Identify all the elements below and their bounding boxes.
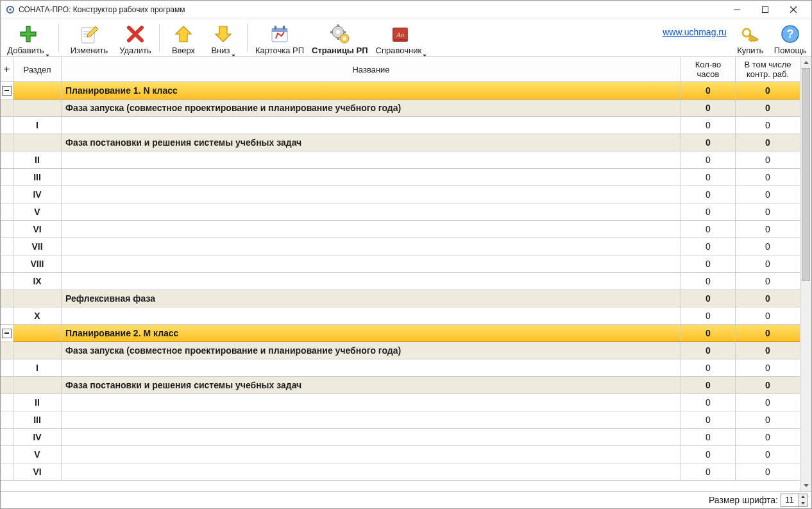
- hours-cell[interactable]: 0: [681, 99, 736, 117]
- title-cell[interactable]: [62, 273, 681, 290]
- title-cell[interactable]: [62, 394, 681, 411]
- hours-cell[interactable]: 0: [681, 255, 736, 273]
- header-section[interactable]: Раздел: [13, 57, 62, 82]
- ctrl-cell[interactable]: 0: [736, 169, 800, 186]
- scroll-down-button[interactable]: [800, 480, 811, 491]
- add-button[interactable]: Добавить: [2, 22, 55, 56]
- scroll-thumb[interactable]: [802, 68, 810, 281]
- hours-cell[interactable]: 0: [681, 411, 736, 429]
- spin-up-button[interactable]: [799, 494, 807, 501]
- title-cell[interactable]: [62, 359, 681, 377]
- title-cell[interactable]: [62, 463, 681, 481]
- header-ctrl[interactable]: В том числе контр. раб.: [736, 57, 800, 82]
- hours-cell[interactable]: 0: [681, 290, 736, 307]
- item-row[interactable]: V00: [1, 446, 800, 463]
- collapse-icon[interactable]: [2, 86, 12, 96]
- title-cell[interactable]: Фаза запуска (совместное проектирование …: [62, 342, 681, 359]
- ctrl-cell[interactable]: 0: [736, 411, 800, 429]
- item-row[interactable]: III00: [1, 411, 800, 429]
- phase-row[interactable]: Фаза запуска (совместное проектирование …: [1, 99, 800, 117]
- title-cell[interactable]: [62, 203, 681, 221]
- phase-row[interactable]: Рефлексивная фаза00: [1, 290, 800, 307]
- title-cell[interactable]: [62, 429, 681, 446]
- ctrl-cell[interactable]: 0: [736, 238, 800, 255]
- ctrl-cell[interactable]: 0: [736, 463, 800, 481]
- title-cell[interactable]: [62, 221, 681, 238]
- header-hours[interactable]: Кол-во часов: [681, 57, 736, 82]
- title-cell[interactable]: [62, 446, 681, 463]
- ctrl-cell[interactable]: 0: [736, 429, 800, 446]
- planning-row[interactable]: Планирование 2. M класс00: [1, 325, 800, 342]
- hours-cell[interactable]: 0: [681, 82, 736, 99]
- card-button[interactable]: Карточка РП: [251, 22, 308, 56]
- font-size-input[interactable]: [781, 494, 798, 506]
- phase-row[interactable]: Фаза постановки и решения системы учебны…: [1, 134, 800, 151]
- ctrl-cell[interactable]: 0: [736, 151, 800, 169]
- vertical-scrollbar[interactable]: [800, 57, 811, 491]
- ctrl-cell[interactable]: 0: [736, 117, 800, 134]
- expand-cell[interactable]: [1, 325, 13, 342]
- hours-cell[interactable]: 0: [681, 134, 736, 151]
- item-row[interactable]: II00: [1, 151, 800, 169]
- delete-button[interactable]: Удалить: [115, 22, 155, 56]
- title-cell[interactable]: Планирование 2. M класс: [62, 325, 681, 342]
- ctrl-cell[interactable]: 0: [736, 99, 800, 117]
- ctrl-cell[interactable]: 0: [736, 342, 800, 359]
- hours-cell[interactable]: 0: [681, 463, 736, 481]
- header-title[interactable]: Название: [62, 57, 681, 82]
- title-cell[interactable]: Рефлексивная фаза: [62, 290, 681, 307]
- title-cell[interactable]: [62, 307, 681, 325]
- item-row[interactable]: V00: [1, 203, 800, 221]
- item-row[interactable]: IX00: [1, 273, 800, 290]
- phase-row[interactable]: Фаза запуска (совместное проектирование …: [1, 342, 800, 359]
- header-expand[interactable]: +: [1, 57, 13, 82]
- item-row[interactable]: VIII00: [1, 255, 800, 273]
- title-cell[interactable]: [62, 151, 681, 169]
- ctrl-cell[interactable]: 0: [736, 359, 800, 377]
- item-row[interactable]: IV00: [1, 429, 800, 446]
- ctrl-cell[interactable]: 0: [736, 394, 800, 411]
- ctrl-cell[interactable]: 0: [736, 377, 800, 394]
- item-row[interactable]: VII00: [1, 238, 800, 255]
- scroll-track[interactable]: [800, 68, 811, 480]
- title-cell[interactable]: [62, 411, 681, 429]
- ctrl-cell[interactable]: 0: [736, 203, 800, 221]
- ctrl-cell[interactable]: 0: [736, 307, 800, 325]
- maximize-button[interactable]: [751, 1, 779, 19]
- hours-cell[interactable]: 0: [681, 221, 736, 238]
- help-button[interactable]: ? Помощь: [770, 22, 810, 56]
- title-cell[interactable]: [62, 117, 681, 134]
- ctrl-cell[interactable]: 0: [736, 186, 800, 203]
- hours-cell[interactable]: 0: [681, 446, 736, 463]
- buy-button[interactable]: Купить: [731, 22, 770, 56]
- title-cell[interactable]: [62, 255, 681, 273]
- item-row[interactable]: VI00: [1, 463, 800, 481]
- pages-button[interactable]: Страницы РП: [308, 22, 372, 56]
- minimize-button[interactable]: [723, 1, 751, 19]
- title-cell[interactable]: Фаза запуска (совместное проектирование …: [62, 99, 681, 117]
- item-row[interactable]: I00: [1, 117, 800, 134]
- ctrl-cell[interactable]: 0: [736, 273, 800, 290]
- hours-cell[interactable]: 0: [681, 342, 736, 359]
- scroll-up-button[interactable]: [800, 57, 811, 68]
- hours-cell[interactable]: 0: [681, 307, 736, 325]
- reference-button[interactable]: Aa Справочник: [372, 22, 431, 56]
- title-cell[interactable]: [62, 169, 681, 186]
- ctrl-cell[interactable]: 0: [736, 134, 800, 151]
- ctrl-cell[interactable]: 0: [736, 325, 800, 342]
- hours-cell[interactable]: 0: [681, 238, 736, 255]
- title-cell[interactable]: Фаза постановки и решения системы учебны…: [62, 134, 681, 151]
- hours-cell[interactable]: 0: [681, 325, 736, 342]
- item-row[interactable]: VI00: [1, 221, 800, 238]
- hours-cell[interactable]: 0: [681, 203, 736, 221]
- website-link[interactable]: www.uchmag.ru: [663, 27, 729, 49]
- title-cell[interactable]: [62, 186, 681, 203]
- title-cell[interactable]: Фаза постановки и решения системы учебны…: [62, 377, 681, 394]
- hours-cell[interactable]: 0: [681, 186, 736, 203]
- font-size-spinner[interactable]: [781, 494, 808, 507]
- ctrl-cell[interactable]: 0: [736, 290, 800, 307]
- close-button[interactable]: [779, 1, 808, 19]
- hours-cell[interactable]: 0: [681, 429, 736, 446]
- edit-button[interactable]: Изменить: [63, 22, 115, 56]
- hours-cell[interactable]: 0: [681, 394, 736, 411]
